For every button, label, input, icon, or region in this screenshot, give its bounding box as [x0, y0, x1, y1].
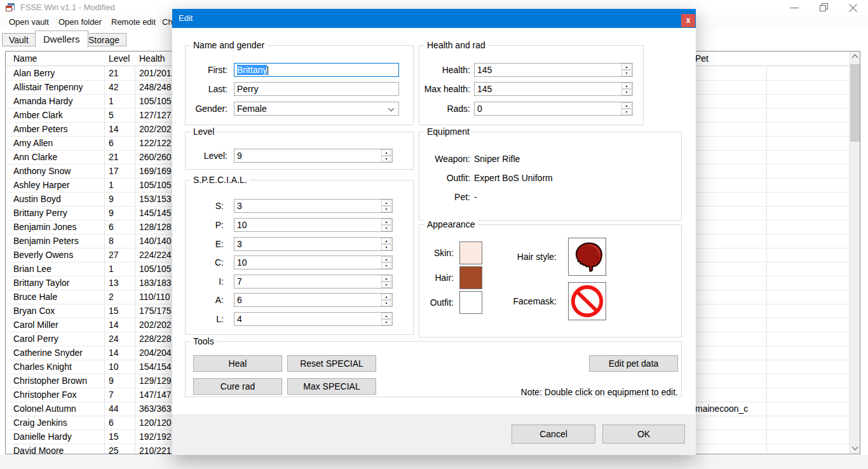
- spinner-up-arrow[interactable]: ▲: [381, 294, 391, 300]
- spinner-down-arrow[interactable]: ▼: [381, 262, 391, 269]
- menu-remote-edit[interactable]: Remote edit: [111, 15, 156, 29]
- special-stat-spinbox[interactable]: 7▲▼: [234, 275, 393, 289]
- hair-color-swatch[interactable]: [459, 266, 482, 289]
- outfit-color-swatch[interactable]: [459, 291, 482, 314]
- window-footer-area: [0, 455, 868, 469]
- level-spinbox[interactable]: 9 ▲▼: [234, 149, 393, 163]
- health-spinbox[interactable]: 145 ▲▼: [474, 63, 633, 77]
- spinner-down-arrow[interactable]: ▼: [381, 225, 391, 231]
- max-special-button[interactable]: Max SPECIAL: [287, 378, 376, 395]
- ok-button[interactable]: OK: [602, 425, 685, 444]
- hair-style-picker[interactable]: [568, 238, 606, 276]
- tab-vault[interactable]: Vault: [2, 33, 36, 46]
- cell-health: 154/154: [139, 360, 172, 374]
- cell-health: 122/122: [139, 137, 172, 150]
- cell-level: 1: [109, 95, 114, 108]
- cancel-button[interactable]: Cancel: [512, 425, 595, 444]
- column-header-health[interactable]: Health: [139, 51, 165, 66]
- special-stat-spinbox[interactable]: 6▲▼: [234, 293, 393, 307]
- special-stat-value: 7: [237, 275, 242, 288]
- facemask-picker[interactable]: [568, 282, 606, 320]
- menu-open-folder[interactable]: Open folder: [58, 15, 102, 29]
- spinner-down-arrow[interactable]: ▼: [381, 244, 391, 250]
- spinner-up-arrow[interactable]: ▲: [381, 275, 391, 282]
- tab-storage[interactable]: Storage: [81, 33, 126, 46]
- cell-level: 1: [109, 179, 114, 192]
- spinner-up-arrow[interactable]: ▲: [621, 64, 632, 70]
- scrollbar-thumb[interactable]: [850, 64, 860, 142]
- vertical-scrollbar[interactable]: [849, 51, 860, 454]
- cell-health: 110/110: [139, 290, 170, 304]
- minimize-button[interactable]: [784, 0, 804, 17]
- heal-button[interactable]: Heal: [193, 355, 282, 372]
- last-name-input[interactable]: Perry: [234, 82, 399, 96]
- group-appearance: Appearance: [419, 224, 682, 337]
- spinner-up-arrow[interactable]: ▲: [381, 149, 391, 156]
- cell-pet: mainecoon_c: [695, 402, 748, 416]
- spinner-up-arrow[interactable]: ▲: [381, 219, 391, 225]
- spinner-down-arrow[interactable]: ▼: [621, 70, 632, 76]
- rads-spinbox[interactable]: 0 ▲▼: [474, 102, 633, 116]
- column-header-pet[interactable]: Pet: [695, 51, 709, 66]
- spinner-up-arrow[interactable]: ▲: [621, 102, 632, 109]
- spinner-up-arrow[interactable]: ▲: [621, 83, 632, 89]
- spinner-up-arrow[interactable]: ▲: [381, 200, 391, 206]
- spinner-down-arrow[interactable]: ▼: [621, 109, 632, 115]
- cure-rad-button[interactable]: Cure rad: [193, 378, 282, 395]
- spinner-down-arrow[interactable]: ▼: [381, 319, 391, 325]
- spinner-down-arrow[interactable]: ▼: [381, 206, 391, 212]
- pet-value[interactable]: -: [474, 191, 477, 203]
- spinner-down-arrow[interactable]: ▼: [381, 156, 391, 162]
- menu-truncated[interactable]: Ch: [162, 15, 173, 29]
- cell-name: Anthony Snow: [13, 165, 71, 178]
- gender-dropdown[interactable]: Female: [234, 102, 399, 116]
- cell-name: Amber Clark: [13, 109, 63, 122]
- group-legend: Level: [191, 126, 217, 137]
- skin-color-swatch[interactable]: [459, 241, 482, 264]
- spinner-up-arrow[interactable]: ▲: [381, 256, 391, 262]
- special-stat-spinbox[interactable]: 10▲▼: [234, 255, 393, 269]
- scroll-up-arrow-icon[interactable]: [850, 51, 860, 62]
- special-stat-spinbox[interactable]: 3▲▼: [234, 199, 393, 213]
- spinner-down-arrow[interactable]: ▼: [381, 282, 391, 288]
- cell-health: 128/128: [139, 221, 172, 234]
- reset-special-button[interactable]: Reset SPECIAL: [287, 355, 376, 372]
- outfit-value[interactable]: Expert BoS Uniform: [474, 172, 553, 184]
- dialog-close-button[interactable]: x: [681, 14, 695, 27]
- close-button[interactable]: [843, 0, 863, 17]
- special-stat-spinbox[interactable]: 10▲▼: [234, 218, 393, 232]
- group-legend: S.P.E.C.I.A.L.: [191, 175, 250, 185]
- health-value: 145: [477, 64, 492, 76]
- rads-label: Rads:: [419, 102, 470, 116]
- spinner: ▲▼: [381, 313, 391, 325]
- chevron-down-icon: [388, 105, 395, 112]
- restore-button[interactable]: [813, 0, 834, 17]
- weapon-value[interactable]: Sniper Rifle: [474, 153, 520, 165]
- first-name-input[interactable]: Brittany: [234, 63, 399, 77]
- max-health-value: 145: [477, 83, 492, 95]
- column-header-name[interactable]: Name: [13, 51, 37, 66]
- level-label: Level:: [189, 149, 227, 163]
- column-header-level[interactable]: Level: [109, 51, 130, 66]
- edit-pet-data-button[interactable]: Edit pet data: [589, 355, 678, 372]
- special-stat-spinbox[interactable]: 3▲▼: [234, 237, 393, 251]
- spinner-down-arrow[interactable]: ▼: [621, 89, 632, 95]
- cell-name: Amanda Hardy: [13, 95, 72, 108]
- special-stat-value: 10: [237, 219, 247, 231]
- special-stat-value: 3: [237, 200, 242, 212]
- spinner-up-arrow[interactable]: ▲: [381, 238, 391, 244]
- menu-open-vault[interactable]: Open vault: [9, 15, 49, 29]
- scroll-down-arrow-icon[interactable]: [850, 443, 860, 454]
- spinner-down-arrow[interactable]: ▼: [381, 300, 391, 306]
- cell-level: 9: [109, 207, 114, 220]
- tab-dwellers[interactable]: Dwellers: [35, 31, 88, 47]
- group-legend: Health and rad: [424, 40, 488, 50]
- cell-name: Danielle Hardy: [13, 430, 72, 444]
- cell-health: 201/201: [139, 67, 172, 80]
- spinner-up-arrow[interactable]: ▲: [381, 313, 391, 319]
- special-stat-spinbox[interactable]: 4▲▼: [234, 312, 393, 326]
- max-health-spinbox[interactable]: 145 ▲▼: [474, 82, 633, 96]
- dialog-titlebar[interactable]: Edit x: [172, 9, 696, 28]
- last-name-label: Last:: [189, 82, 227, 96]
- spinner: ▲▼: [381, 219, 391, 231]
